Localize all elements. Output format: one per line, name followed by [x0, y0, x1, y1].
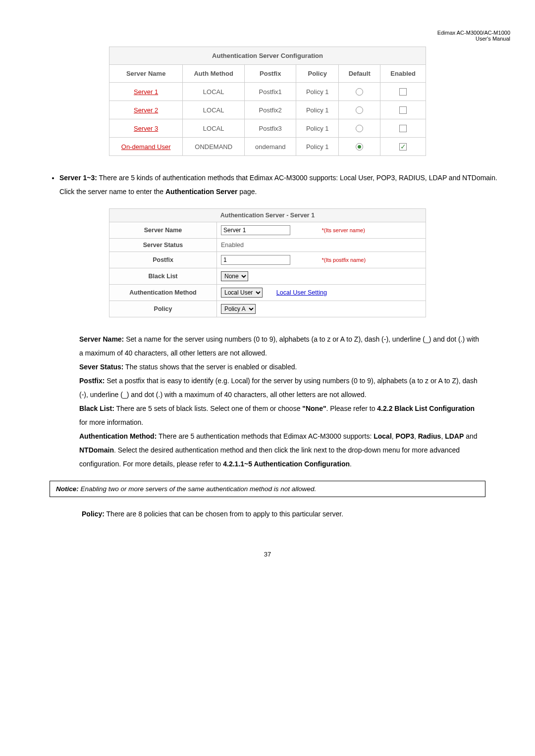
def-bl-c: for more information.	[79, 418, 143, 426]
bullet-text2: page.	[237, 188, 257, 196]
local-user-setting-link[interactable]: Local User Setting	[276, 289, 327, 296]
policy-label: Policy	[109, 301, 217, 317]
notice-box: Notice: Enabling two or more servers of …	[50, 481, 485, 497]
def-server-name-text: Set a name for the server using numbers …	[79, 335, 479, 357]
col-policy: Policy	[296, 65, 339, 83]
policy: Policy 1	[296, 138, 339, 156]
server-3-link[interactable]: Server 3	[134, 125, 158, 132]
postfix: Postfix1	[245, 83, 296, 101]
def-am-ntdomain: NTDomain	[79, 446, 114, 454]
server-1-link[interactable]: Server 1	[134, 88, 158, 96]
col-enabled: Enabled	[380, 65, 426, 83]
auth-method-label: Authentication Method	[109, 285, 217, 301]
postfix-hint: *(Its postfix name)	[321, 257, 366, 263]
server-status-label: Server Status	[109, 239, 217, 252]
bullet-server-1-3: Server 1~3: There are 5 kinds of authent…	[59, 171, 510, 199]
server-status-value: Enabled	[217, 239, 426, 252]
postfix: Postfix2	[245, 101, 296, 119]
auth-method: ONDEMAND	[183, 138, 245, 156]
def-am-c: .	[350, 460, 352, 468]
server-form-title: Authentication Server - Server 1	[109, 209, 426, 222]
def-bl-ref: 4.2.2 Black List Configuration	[377, 404, 475, 412]
def-am-radius: Radius	[418, 432, 441, 440]
auth-table-title: Authentication Server Configuration	[109, 47, 426, 65]
def-am-ldap: LDAP	[445, 432, 464, 440]
black-list-label: Black List	[109, 268, 217, 285]
server-2-link[interactable]: Server 2	[134, 106, 158, 114]
bullet-text1: There are 5 kinds of authentication meth…	[59, 174, 497, 196]
policy-label: Policy:	[82, 510, 105, 518]
postfix-input[interactable]	[221, 255, 290, 265]
def-am-pop3: POP3	[396, 432, 414, 440]
enabled-checkbox[interactable]	[399, 125, 407, 132]
auth-method: LOCAL	[183, 101, 245, 119]
postfix: ondemand	[245, 138, 296, 156]
enabled-checkbox-checked[interactable]: ✓	[399, 143, 407, 151]
default-radio[interactable]	[356, 88, 363, 96]
auth-method: LOCAL	[183, 119, 245, 138]
def-am-local: Local	[374, 432, 392, 440]
def-bl-a: There are 5 sets of black lists. Select …	[114, 404, 303, 412]
auth-method-select[interactable]: Local User	[221, 288, 263, 298]
auth-method: LOCAL	[183, 83, 245, 101]
server-name-input[interactable]	[221, 225, 290, 235]
notice-text: Enabling two or more servers of the same…	[79, 485, 317, 493]
col-auth-method: Auth Method	[183, 65, 245, 83]
def-bl-b: . Please refer to	[326, 404, 377, 412]
def-black-list-label: Black List:	[79, 404, 114, 412]
default-radio-selected[interactable]	[356, 143, 363, 151]
postfix: Postfix3	[245, 119, 296, 138]
def-am-a: There are 5 authentication methods that …	[157, 432, 374, 440]
policy: Policy 1	[296, 83, 339, 101]
bullet-label: Server 1~3:	[59, 174, 97, 182]
default-radio[interactable]	[356, 125, 363, 132]
enabled-checkbox[interactable]	[399, 88, 407, 96]
table-row: On-demand User ONDEMAND ondemand Policy …	[109, 138, 426, 156]
server-name-label: Server Name	[109, 222, 217, 239]
on-demand-user-link[interactable]: On-demand User	[121, 143, 171, 151]
bullet-bold: Authentication Server	[165, 188, 237, 196]
policy-paragraph: Policy: There are 8 policies that can be…	[82, 507, 481, 521]
policy: Policy 1	[296, 119, 339, 138]
auth-server-form: Authentication Server - Server 1 Server …	[109, 208, 426, 317]
definitions: Server Name: Set a name for the server u…	[79, 332, 481, 471]
policy-select[interactable]: Policy A	[221, 304, 256, 314]
default-radio[interactable]	[356, 106, 363, 114]
header-line2: User's Manual	[476, 36, 510, 42]
table-row: Server 2 LOCAL Postfix2 Policy 1	[109, 101, 426, 119]
def-bl-none: "None"	[302, 404, 326, 412]
def-server-name-label: Server Name:	[79, 335, 124, 343]
header-line1: Edimax AC-M3000/AC-M1000	[437, 30, 510, 36]
def-postfix-text: Set a postfix that is easy to identify (…	[79, 377, 478, 399]
col-postfix: Postfix	[245, 65, 296, 83]
def-sever-status-label: Sever Status:	[79, 363, 123, 371]
page-number: 37	[25, 551, 510, 558]
col-server-name: Server Name	[109, 65, 183, 83]
notice-label: Notice:	[56, 485, 79, 493]
col-default: Default	[339, 65, 380, 83]
table-row: Server 1 LOCAL Postfix1 Policy 1	[109, 83, 426, 101]
postfix-label: Postfix	[109, 252, 217, 268]
enabled-checkbox[interactable]	[399, 106, 407, 114]
def-sever-status-text: The status shows that the server is enab…	[123, 363, 297, 371]
auth-server-config-table: Authentication Server Configuration Serv…	[109, 47, 426, 156]
doc-header: Edimax AC-M3000/AC-M1000 User's Manual	[25, 30, 510, 42]
auth-table-header-row: Server Name Auth Method Postfix Policy D…	[109, 65, 426, 83]
def-postfix-label: Postfix:	[79, 377, 105, 385]
policy-text: There are 8 policies that can be chosen …	[105, 510, 343, 518]
black-list-select[interactable]: None	[221, 271, 248, 281]
def-auth-method-label: Authentication Method:	[79, 432, 157, 440]
policy: Policy 1	[296, 101, 339, 119]
server-name-hint: *(Its server name)	[321, 227, 365, 233]
table-row: Server 3 LOCAL Postfix3 Policy 1	[109, 119, 426, 138]
def-am-ref: 4.2.1.1~5 Authentication Configuration	[223, 460, 350, 468]
